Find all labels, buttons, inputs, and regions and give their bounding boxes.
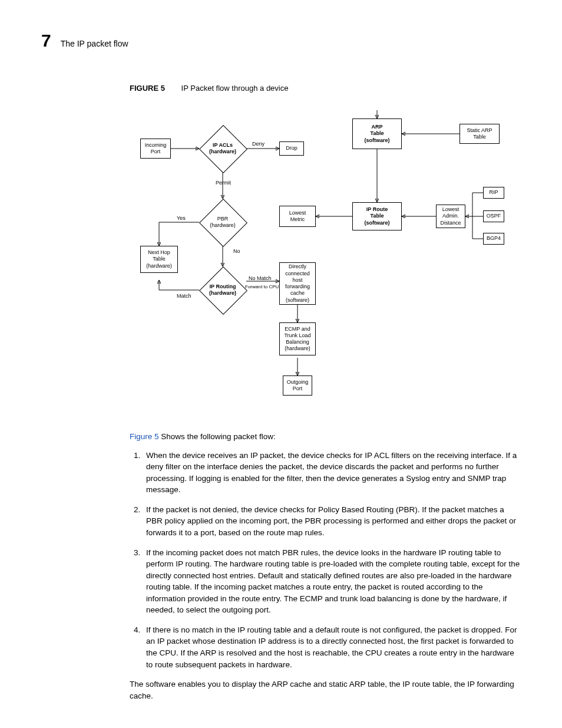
node-rip: RIP (483, 187, 504, 199)
node-incoming-port: IncomingPort (140, 139, 171, 159)
label-match: Match (177, 293, 191, 299)
flow-arrows (130, 104, 507, 417)
figure-label: FIGURE 5 (130, 84, 165, 93)
node-static-arp: Static ARPTable (459, 124, 500, 144)
node-direct-host: Directlyconnectedhostforwardingcache(sof… (279, 262, 316, 305)
list-item: If the packet is not denied, the device … (143, 504, 521, 539)
node-pbr: PBR(hardware) (199, 199, 246, 246)
node-bgp4: BGP4 (483, 233, 504, 245)
closing-paragraph: The software enables you to display the … (130, 678, 521, 701)
list-item: If there is no match in the IP routing t… (143, 624, 521, 670)
body-text: Figure 5 Shows the following packet flow… (130, 431, 521, 701)
page-header: 7 The IP packet flow (41, 31, 521, 51)
node-next-hop: Next HopTable(hardware) (140, 246, 178, 273)
steps-list: When the device receives an IP packet, t… (130, 450, 521, 671)
figure-caption: FIGURE 5 IP Packet flow through a device (130, 84, 521, 93)
list-item: If the incoming packet does not match PB… (143, 547, 521, 616)
intro-rest: Shows the following packet flow: (159, 432, 276, 441)
node-outgoing-port: OutgoingPort (283, 375, 312, 396)
label-permit: Permit (216, 180, 231, 186)
chapter-title: The IP packet flow (61, 39, 128, 48)
figure-title: IP Packet flow through a device (181, 84, 289, 93)
node-ip-acls: IP ACLs(hardware) (199, 125, 246, 172)
label-no: No (233, 248, 240, 254)
node-ip-routing: IP Routing(hardware) (199, 266, 246, 314)
figure-link[interactable]: Figure 5 (130, 432, 159, 441)
node-lowest-metric: LowestMetric (279, 206, 316, 227)
node-ip-route-table: IP RouteTable(software) (352, 202, 402, 230)
node-lowest-admin: LowestAdmin.Distance (436, 205, 465, 228)
label-forward-cpu: Forward to CPU (245, 284, 279, 289)
node-drop: Drop (279, 141, 304, 156)
flowchart: IncomingPort IP ACLs(hardware) Deny Drop… (130, 104, 507, 417)
chapter-number: 7 (41, 31, 51, 51)
list-item: When the device receives an IP packet, t… (143, 450, 521, 496)
label-yes: Yes (177, 215, 186, 221)
label-deny: Deny (252, 141, 265, 147)
node-ospf: OSPF (483, 210, 504, 222)
label-no-match: No Match (249, 275, 272, 281)
node-arp-table: ARPTable(software) (352, 118, 402, 149)
node-ecmp: ECMP andTrunk LoadBalancing(hardware) (279, 322, 316, 355)
intro-line: Figure 5 Shows the following packet flow… (130, 431, 521, 443)
